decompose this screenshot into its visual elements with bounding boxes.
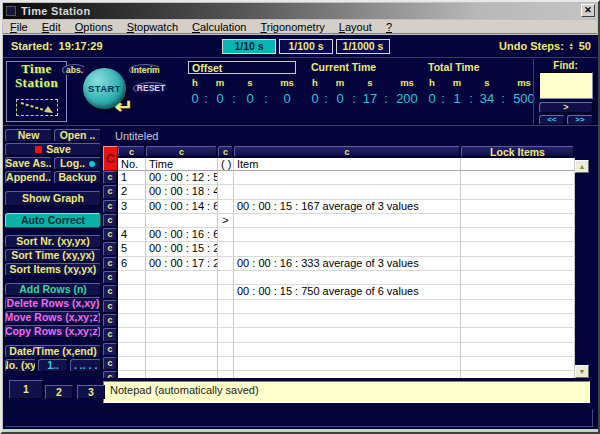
sidebar-button-move-rows-x-xy-z[interactable]: Move Rows (x,xy;z) xyxy=(5,311,101,324)
find-next-button[interactable]: >> xyxy=(567,115,593,125)
sidebar-button-save-as[interactable]: Save As.. xyxy=(5,157,52,170)
menu-item-calculation[interactable]: Calculation xyxy=(185,21,253,33)
reset-button[interactable]: RESET xyxy=(133,82,169,95)
cell-lock[interactable] xyxy=(461,257,575,271)
cell-bracket[interactable] xyxy=(218,314,234,328)
close-button[interactable]: ✕ xyxy=(581,4,595,17)
cell-time[interactable] xyxy=(146,343,218,357)
row-header-button[interactable]: c xyxy=(103,185,117,198)
cell-item[interactable] xyxy=(234,357,461,371)
row-header-button[interactable]: c xyxy=(103,343,117,356)
sidebar-button-show-graph[interactable]: Show Graph xyxy=(5,191,101,206)
sheet-tab-2[interactable]: 2 xyxy=(45,385,73,399)
resolution-button[interactable]: 1/100 s xyxy=(279,39,333,54)
sidebar-button-append[interactable]: Append.. xyxy=(5,171,52,184)
column-header-button[interactable]: c xyxy=(118,146,145,157)
cell-item[interactable] xyxy=(234,371,461,378)
cell-no[interactable]: 6 xyxy=(118,257,146,271)
cell-item[interactable] xyxy=(234,328,461,342)
cell-time[interactable]: 00 : 00 : 15 : 200 xyxy=(146,242,218,256)
cell-time[interactable]: 00 : 00 : 12 : 500 xyxy=(146,171,218,185)
column-header-button[interactable]: c xyxy=(218,146,233,157)
sidebar-button-no-xy[interactable]: No. (xy) xyxy=(5,359,36,372)
cell-time[interactable] xyxy=(146,357,218,371)
cell-no[interactable]: 1 xyxy=(118,171,146,185)
column-header-button[interactable]: c xyxy=(234,146,460,157)
cell-lock[interactable] xyxy=(461,185,575,199)
cell-bracket[interactable]: > xyxy=(218,214,234,228)
enter-arrow-icon[interactable]: ↵ xyxy=(114,95,133,118)
resolution-button[interactable]: 1/10 s xyxy=(222,39,276,54)
cell-item[interactable] xyxy=(234,171,461,185)
cell-time[interactable] xyxy=(146,300,218,314)
cell-lock[interactable] xyxy=(461,328,575,342)
menu-item-options[interactable]: Options xyxy=(68,21,120,33)
cell-bracket[interactable] xyxy=(218,257,234,271)
row-header-button[interactable]: c xyxy=(103,357,117,370)
sidebar-button-date-time-x-end[interactable]: Date/Time (x,end) xyxy=(5,345,101,358)
cell-no[interactable] xyxy=(118,371,146,378)
row-header-button[interactable]: c xyxy=(103,171,117,184)
cell-time[interactable] xyxy=(146,314,218,328)
cell-item[interactable] xyxy=(234,228,461,242)
cell-time[interactable] xyxy=(146,285,218,299)
sidebar-button-sort-items-xy-yx[interactable]: Sort Items (xy,yx) xyxy=(5,263,101,276)
row-header-button[interactable]: c xyxy=(103,257,117,270)
column-header-button[interactable]: c xyxy=(146,146,217,157)
menu-item-edit[interactable]: Edit xyxy=(35,21,68,33)
cell-bracket[interactable] xyxy=(218,228,234,242)
sidebar-button-new[interactable]: New xyxy=(5,129,52,142)
cell-bracket[interactable] xyxy=(218,171,234,185)
cell-time[interactable]: 00 : 00 : 16 : 600 xyxy=(146,228,218,242)
cell-bracket[interactable] xyxy=(218,285,234,299)
menu-item-trigonometry[interactable]: Trigonometry xyxy=(253,21,331,33)
scroll-up-icon[interactable]: ▲ xyxy=(575,160,589,173)
cell-lock[interactable] xyxy=(461,343,575,357)
row-header-button[interactable]: c xyxy=(103,214,117,227)
cell-lock[interactable] xyxy=(461,314,575,328)
cell-no[interactable] xyxy=(118,214,146,228)
vertical-scrollbar[interactable]: ▲ ▼ xyxy=(575,146,590,378)
row-header-button[interactable]: c xyxy=(103,285,117,298)
row-header-button[interactable]: c xyxy=(103,371,117,378)
sheet-tab-3[interactable]: 3 xyxy=(77,385,105,399)
cell-lock[interactable] xyxy=(461,214,575,228)
cell-item[interactable]: 00 : 00 : 16 : 333 average of 3 values xyxy=(234,257,461,271)
cell-item[interactable]: 00 : 00 : 15 : 750 average of 6 values xyxy=(234,285,461,299)
row-header-button[interactable]: c xyxy=(103,242,117,255)
cell-lock[interactable] xyxy=(461,357,575,371)
cell-time[interactable] xyxy=(146,371,218,378)
cell-item[interactable] xyxy=(234,314,461,328)
cell-no[interactable]: 4 xyxy=(118,228,146,242)
sidebar-button-backup[interactable]: Backup xyxy=(54,171,101,184)
row-header-button[interactable]: c xyxy=(103,271,117,284)
cell-item[interactable] xyxy=(234,242,461,256)
cell-no[interactable]: 2 xyxy=(118,185,146,199)
sidebar-button-[interactable]: . .. . . xyxy=(70,359,101,372)
cell-time[interactable]: 00 : 00 : 18 : 400 xyxy=(146,185,218,199)
cell-time[interactable] xyxy=(146,271,218,285)
cell-no[interactable] xyxy=(118,328,146,342)
sidebar-button-open[interactable]: Open .. xyxy=(54,129,101,142)
cell-bracket[interactable] xyxy=(218,371,234,378)
cell-lock[interactable] xyxy=(461,242,575,256)
cell-item[interactable] xyxy=(234,185,461,199)
cell-no[interactable] xyxy=(118,300,146,314)
sidebar-button-auto-correct[interactable]: Auto Correct xyxy=(5,213,101,228)
cell-item[interactable] xyxy=(234,343,461,357)
row-header-button[interactable]: c xyxy=(103,228,117,241)
row-header-button[interactable]: c xyxy=(103,300,117,313)
sidebar-button-delete-rows-x-xy[interactable]: Delete Rows (x,xy) xyxy=(5,297,101,310)
row-header-button[interactable]: c xyxy=(103,314,117,327)
cell-lock[interactable] xyxy=(461,171,575,185)
cell-time[interactable] xyxy=(146,328,218,342)
sidebar-button-save[interactable]: Save xyxy=(5,143,101,156)
cell-bracket[interactable] xyxy=(218,300,234,314)
cell-lock[interactable] xyxy=(461,200,575,214)
sidebar-button-sort-nr-xy-yx[interactable]: Sort Nr. (xy,yx) xyxy=(5,235,101,248)
cell-bracket[interactable] xyxy=(218,357,234,371)
cell-no[interactable] xyxy=(118,357,146,371)
row-header-button[interactable]: c xyxy=(103,328,117,341)
cell-bracket[interactable] xyxy=(218,271,234,285)
cell-no[interactable] xyxy=(118,343,146,357)
